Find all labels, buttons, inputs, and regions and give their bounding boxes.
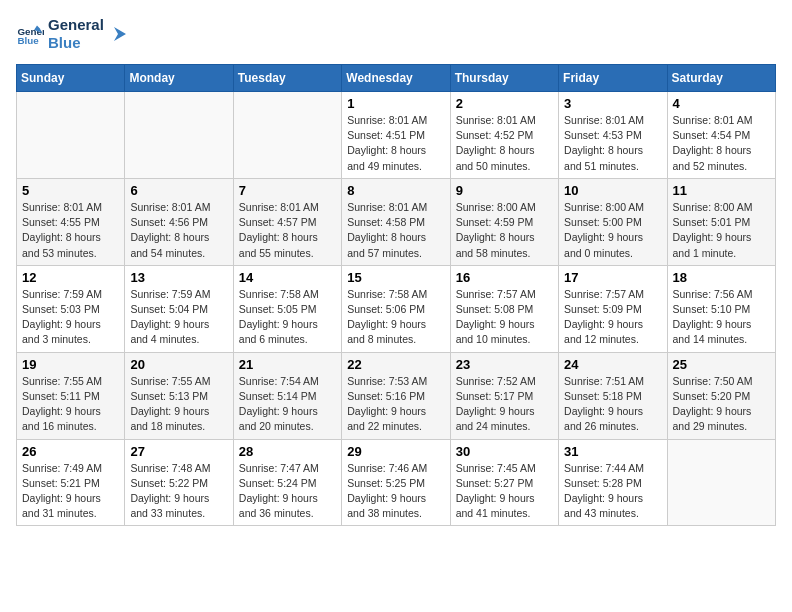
day-info: Sunrise: 8:00 AMSunset: 4:59 PMDaylight:…: [456, 200, 553, 261]
day-info: Sunrise: 8:00 AMSunset: 5:01 PMDaylight:…: [673, 200, 770, 261]
day-info: Sunrise: 8:01 AMSunset: 4:52 PMDaylight:…: [456, 113, 553, 174]
day-number: 12: [22, 270, 119, 285]
logo-arrow-icon: [108, 23, 130, 45]
day-info: Sunrise: 7:58 AMSunset: 5:05 PMDaylight:…: [239, 287, 336, 348]
day-info: Sunrise: 7:57 AMSunset: 5:08 PMDaylight:…: [456, 287, 553, 348]
day-cell-8: 8Sunrise: 8:01 AMSunset: 4:58 PMDaylight…: [342, 178, 450, 265]
day-cell-17: 17Sunrise: 7:57 AMSunset: 5:09 PMDayligh…: [559, 265, 667, 352]
day-number: 19: [22, 357, 119, 372]
day-cell-3: 3Sunrise: 8:01 AMSunset: 4:53 PMDaylight…: [559, 92, 667, 179]
weekday-header-monday: Monday: [125, 65, 233, 92]
weekday-header-row: SundayMondayTuesdayWednesdayThursdayFrid…: [17, 65, 776, 92]
day-info: Sunrise: 7:49 AMSunset: 5:21 PMDaylight:…: [22, 461, 119, 522]
day-info: Sunrise: 7:55 AMSunset: 5:13 PMDaylight:…: [130, 374, 227, 435]
weekday-header-wednesday: Wednesday: [342, 65, 450, 92]
day-cell-29: 29Sunrise: 7:46 AMSunset: 5:25 PMDayligh…: [342, 439, 450, 526]
day-cell-15: 15Sunrise: 7:58 AMSunset: 5:06 PMDayligh…: [342, 265, 450, 352]
day-cell-11: 11Sunrise: 8:00 AMSunset: 5:01 PMDayligh…: [667, 178, 775, 265]
day-info: Sunrise: 8:01 AMSunset: 4:57 PMDaylight:…: [239, 200, 336, 261]
day-number: 1: [347, 96, 444, 111]
day-number: 25: [673, 357, 770, 372]
day-number: 2: [456, 96, 553, 111]
logo-general: General: [48, 16, 104, 34]
day-info: Sunrise: 7:47 AMSunset: 5:24 PMDaylight:…: [239, 461, 336, 522]
page-header: General Blue General Blue: [16, 16, 776, 52]
day-cell-7: 7Sunrise: 8:01 AMSunset: 4:57 PMDaylight…: [233, 178, 341, 265]
logo-blue: Blue: [48, 34, 104, 52]
day-cell-6: 6Sunrise: 8:01 AMSunset: 4:56 PMDaylight…: [125, 178, 233, 265]
day-number: 28: [239, 444, 336, 459]
logo: General Blue General Blue: [16, 16, 130, 52]
day-number: 8: [347, 183, 444, 198]
day-cell-20: 20Sunrise: 7:55 AMSunset: 5:13 PMDayligh…: [125, 352, 233, 439]
day-info: Sunrise: 7:53 AMSunset: 5:16 PMDaylight:…: [347, 374, 444, 435]
day-info: Sunrise: 7:51 AMSunset: 5:18 PMDaylight:…: [564, 374, 661, 435]
day-cell-12: 12Sunrise: 7:59 AMSunset: 5:03 PMDayligh…: [17, 265, 125, 352]
day-cell-9: 9Sunrise: 8:00 AMSunset: 4:59 PMDaylight…: [450, 178, 558, 265]
day-info: Sunrise: 8:00 AMSunset: 5:00 PMDaylight:…: [564, 200, 661, 261]
day-info: Sunrise: 7:45 AMSunset: 5:27 PMDaylight:…: [456, 461, 553, 522]
empty-cell: [17, 92, 125, 179]
day-number: 7: [239, 183, 336, 198]
weekday-header-thursday: Thursday: [450, 65, 558, 92]
day-cell-22: 22Sunrise: 7:53 AMSunset: 5:16 PMDayligh…: [342, 352, 450, 439]
weekday-header-saturday: Saturday: [667, 65, 775, 92]
calendar-table: SundayMondayTuesdayWednesdayThursdayFrid…: [16, 64, 776, 526]
empty-cell: [125, 92, 233, 179]
day-cell-31: 31Sunrise: 7:44 AMSunset: 5:28 PMDayligh…: [559, 439, 667, 526]
day-number: 23: [456, 357, 553, 372]
day-number: 6: [130, 183, 227, 198]
day-info: Sunrise: 8:01 AMSunset: 4:53 PMDaylight:…: [564, 113, 661, 174]
day-info: Sunrise: 7:46 AMSunset: 5:25 PMDaylight:…: [347, 461, 444, 522]
empty-cell: [233, 92, 341, 179]
day-info: Sunrise: 7:57 AMSunset: 5:09 PMDaylight:…: [564, 287, 661, 348]
day-number: 3: [564, 96, 661, 111]
svg-marker-3: [114, 27, 126, 41]
day-cell-5: 5Sunrise: 8:01 AMSunset: 4:55 PMDaylight…: [17, 178, 125, 265]
day-cell-2: 2Sunrise: 8:01 AMSunset: 4:52 PMDaylight…: [450, 92, 558, 179]
day-cell-25: 25Sunrise: 7:50 AMSunset: 5:20 PMDayligh…: [667, 352, 775, 439]
day-cell-26: 26Sunrise: 7:49 AMSunset: 5:21 PMDayligh…: [17, 439, 125, 526]
day-cell-13: 13Sunrise: 7:59 AMSunset: 5:04 PMDayligh…: [125, 265, 233, 352]
day-number: 15: [347, 270, 444, 285]
day-number: 11: [673, 183, 770, 198]
day-cell-27: 27Sunrise: 7:48 AMSunset: 5:22 PMDayligh…: [125, 439, 233, 526]
day-info: Sunrise: 7:55 AMSunset: 5:11 PMDaylight:…: [22, 374, 119, 435]
day-cell-1: 1Sunrise: 8:01 AMSunset: 4:51 PMDaylight…: [342, 92, 450, 179]
day-info: Sunrise: 7:50 AMSunset: 5:20 PMDaylight:…: [673, 374, 770, 435]
day-number: 22: [347, 357, 444, 372]
day-info: Sunrise: 7:56 AMSunset: 5:10 PMDaylight:…: [673, 287, 770, 348]
day-cell-4: 4Sunrise: 8:01 AMSunset: 4:54 PMDaylight…: [667, 92, 775, 179]
day-info: Sunrise: 7:59 AMSunset: 5:03 PMDaylight:…: [22, 287, 119, 348]
day-number: 20: [130, 357, 227, 372]
day-info: Sunrise: 7:59 AMSunset: 5:04 PMDaylight:…: [130, 287, 227, 348]
day-number: 21: [239, 357, 336, 372]
weekday-header-sunday: Sunday: [17, 65, 125, 92]
day-info: Sunrise: 7:44 AMSunset: 5:28 PMDaylight:…: [564, 461, 661, 522]
day-info: Sunrise: 8:01 AMSunset: 4:54 PMDaylight:…: [673, 113, 770, 174]
day-info: Sunrise: 8:01 AMSunset: 4:55 PMDaylight:…: [22, 200, 119, 261]
day-cell-30: 30Sunrise: 7:45 AMSunset: 5:27 PMDayligh…: [450, 439, 558, 526]
day-number: 17: [564, 270, 661, 285]
day-number: 14: [239, 270, 336, 285]
weekday-header-friday: Friday: [559, 65, 667, 92]
day-info: Sunrise: 8:01 AMSunset: 4:56 PMDaylight:…: [130, 200, 227, 261]
day-number: 27: [130, 444, 227, 459]
day-info: Sunrise: 7:48 AMSunset: 5:22 PMDaylight:…: [130, 461, 227, 522]
day-cell-18: 18Sunrise: 7:56 AMSunset: 5:10 PMDayligh…: [667, 265, 775, 352]
day-cell-28: 28Sunrise: 7:47 AMSunset: 5:24 PMDayligh…: [233, 439, 341, 526]
day-cell-14: 14Sunrise: 7:58 AMSunset: 5:05 PMDayligh…: [233, 265, 341, 352]
week-row-1: 1Sunrise: 8:01 AMSunset: 4:51 PMDaylight…: [17, 92, 776, 179]
week-row-4: 19Sunrise: 7:55 AMSunset: 5:11 PMDayligh…: [17, 352, 776, 439]
day-info: Sunrise: 7:52 AMSunset: 5:17 PMDaylight:…: [456, 374, 553, 435]
day-number: 4: [673, 96, 770, 111]
day-number: 29: [347, 444, 444, 459]
day-number: 5: [22, 183, 119, 198]
week-row-3: 12Sunrise: 7:59 AMSunset: 5:03 PMDayligh…: [17, 265, 776, 352]
day-number: 30: [456, 444, 553, 459]
day-info: Sunrise: 7:54 AMSunset: 5:14 PMDaylight:…: [239, 374, 336, 435]
day-cell-10: 10Sunrise: 8:00 AMSunset: 5:00 PMDayligh…: [559, 178, 667, 265]
day-number: 10: [564, 183, 661, 198]
day-cell-19: 19Sunrise: 7:55 AMSunset: 5:11 PMDayligh…: [17, 352, 125, 439]
week-row-5: 26Sunrise: 7:49 AMSunset: 5:21 PMDayligh…: [17, 439, 776, 526]
